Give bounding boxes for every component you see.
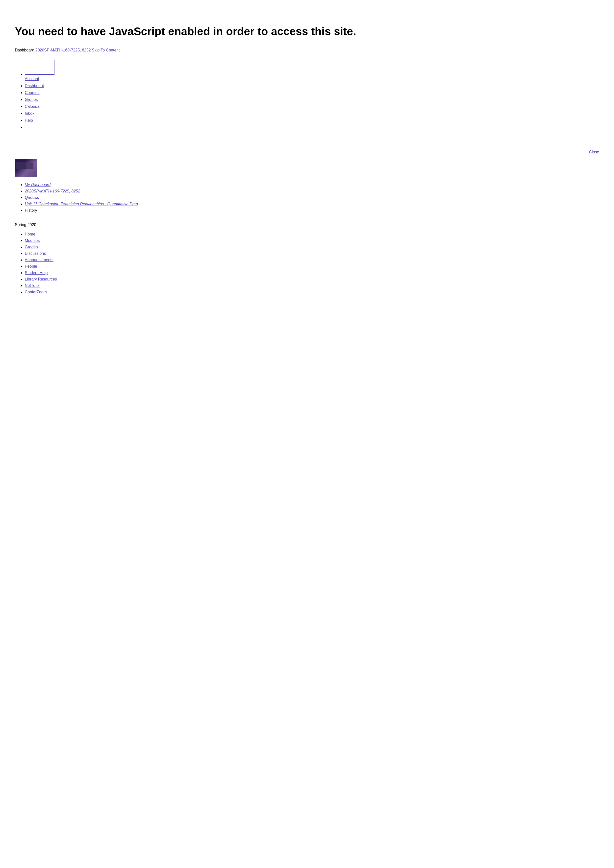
course-navigation: Home Modules Grades Discussions Announce… bbox=[15, 232, 599, 294]
conferzoom-link[interactable]: ConferZoom bbox=[25, 290, 47, 294]
breadcrumb-navigation: My Dashboard 2020SP-MATH-160-7225, 8252 … bbox=[15, 183, 599, 213]
breadcrumb-item-unit11[interactable]: Unit 11 Checkpoint: Examining Relationsh… bbox=[25, 202, 599, 206]
library-resources-link[interactable]: Library Resources bbox=[25, 277, 57, 281]
courses-link[interactable]: Courses bbox=[25, 90, 40, 95]
semester-label: Spring 2020 bbox=[15, 223, 599, 227]
history-label: History bbox=[25, 208, 37, 212]
breadcrumb-item-history: History bbox=[25, 208, 599, 213]
course-nav-announcements[interactable]: Announcements bbox=[25, 258, 599, 262]
course-nav-student-help[interactable]: Student Help bbox=[25, 271, 599, 275]
close-button[interactable]: Close bbox=[15, 150, 599, 154]
people-link[interactable]: People bbox=[25, 264, 37, 268]
account-link[interactable]: Account bbox=[25, 77, 39, 81]
course-nav-people[interactable]: People bbox=[25, 264, 599, 269]
modules-link[interactable]: Modules bbox=[25, 239, 40, 243]
javascript-warning-heading: You need to have JavaScript enabled in o… bbox=[15, 25, 599, 38]
course-nav-conferzoom[interactable]: ConferZoom bbox=[25, 290, 599, 294]
global-navigation: Account Dashboard Courses Groups Calenda… bbox=[15, 60, 599, 130]
nettutor-link[interactable]: NetTutor bbox=[25, 284, 40, 288]
course-nav-library-resources[interactable]: Library Resources bbox=[25, 277, 599, 282]
course-nav-discussions[interactable]: Discussions bbox=[25, 251, 599, 256]
help-link[interactable]: Help bbox=[25, 118, 33, 122]
dashboard-link[interactable]: Dashboard bbox=[25, 84, 44, 88]
course-breadcrumb-link[interactable]: 2020SP-MATH-160-7225, 8252 Skip To Conte… bbox=[36, 48, 120, 52]
avatar bbox=[15, 159, 37, 177]
course-nav-nettutor[interactable]: NetTutor bbox=[25, 284, 599, 288]
global-nav-groups[interactable]: Groups bbox=[25, 98, 599, 102]
groups-link[interactable]: Groups bbox=[25, 98, 37, 102]
course-nav-modules[interactable]: Modules bbox=[25, 239, 599, 243]
breadcrumb-item-quizzes[interactable]: Quizzes bbox=[25, 195, 599, 200]
unit11-link[interactable]: Unit 11 Checkpoint: Examining Relationsh… bbox=[25, 202, 138, 206]
calendar-link[interactable]: Calendar bbox=[25, 104, 41, 108]
course-nav-grades[interactable]: Grades bbox=[25, 245, 599, 250]
global-nav-empty bbox=[25, 125, 599, 130]
global-nav-calendar[interactable]: Calendar bbox=[25, 104, 599, 109]
global-nav-account[interactable]: Account bbox=[25, 60, 599, 81]
breadcrumb-item-course[interactable]: 2020SP-MATH-160-7225, 8252 bbox=[25, 189, 599, 194]
course-nav-home[interactable]: Home bbox=[25, 232, 599, 237]
quizzes-link[interactable]: Quizzes bbox=[25, 195, 39, 200]
dashboard-label: Dashboard bbox=[15, 48, 34, 52]
student-help-link[interactable]: Student Help bbox=[25, 271, 48, 275]
inbox-link[interactable]: Inbox bbox=[25, 111, 34, 116]
global-nav-help[interactable]: Help bbox=[25, 118, 599, 123]
global-nav-inbox[interactable]: Inbox bbox=[25, 111, 599, 116]
breadcrumb-item-my-dashboard[interactable]: My Dashboard bbox=[25, 183, 599, 187]
grades-link[interactable]: Grades bbox=[25, 245, 37, 249]
my-dashboard-link[interactable]: My Dashboard bbox=[25, 183, 51, 187]
announcements-link[interactable]: Announcements bbox=[25, 258, 53, 262]
discussions-link[interactable]: Discussions bbox=[25, 251, 46, 256]
course-link[interactable]: 2020SP-MATH-160-7225, 8252 bbox=[25, 189, 80, 193]
global-nav-dashboard[interactable]: Dashboard bbox=[25, 84, 599, 88]
account-icon-box bbox=[25, 60, 54, 75]
global-nav-courses[interactable]: Courses bbox=[25, 90, 599, 95]
home-link[interactable]: Home bbox=[25, 232, 36, 236]
breadcrumb: Dashboard 2020SP-MATH-160-7225, 8252 Ski… bbox=[15, 48, 599, 53]
